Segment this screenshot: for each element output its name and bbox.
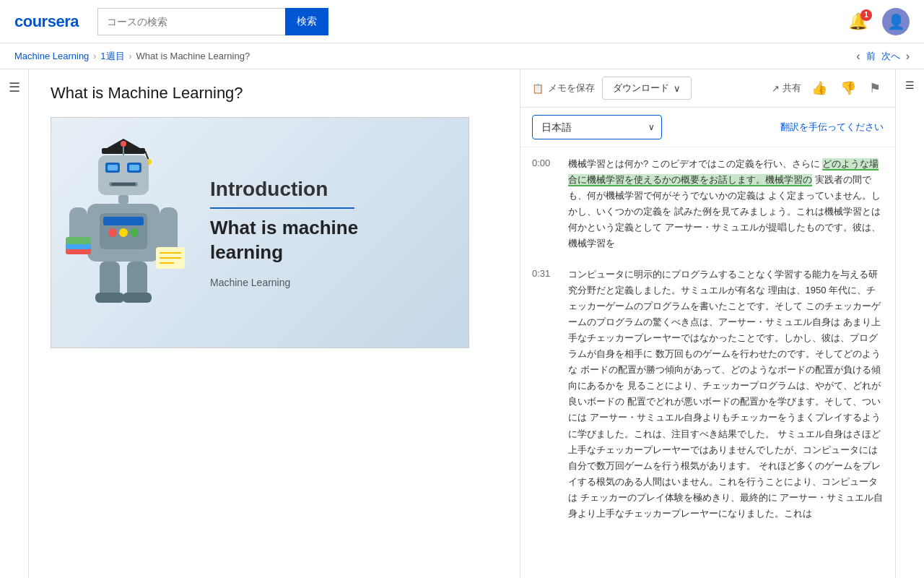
thumbup-button[interactable]: 👍 [808,79,830,98]
user-avatar-button[interactable]: 👤 [882,8,910,35]
translate-link[interactable]: 翻訳を手伝ってください [780,121,884,134]
search-button[interactable]: 検索 [285,8,328,35]
share-button[interactable]: ↗ 共有 [772,82,801,95]
thumbdown-button[interactable]: 👎 [837,79,859,98]
breadcrumb-sep-2: › [129,51,132,61]
download-chevron-icon: ∨ [674,83,681,94]
language-wrapper: 日本語 English 中文 Español [532,115,662,139]
prev-arrow[interactable]: ‹ [856,50,860,63]
breadcrumb-course-link[interactable]: Machine Learning [14,51,89,61]
share-icon: ↗ [772,83,780,94]
breadcrumb-week-link[interactable]: 1週目 [100,50,124,63]
video-thumbnail: Introduction What is machine learning Ma… [51,118,468,348]
save-memo-button[interactable]: 📋 メモを保存 [532,82,595,95]
notification-badge: 1 [860,9,872,21]
highlight-green-1: どのような場合に機械学習を使えるかの概要をお話します。機械学習の [568,158,879,186]
svg-rect-16 [103,217,144,225]
video-container[interactable]: Introduction What is machine learning Ma… [51,117,469,348]
timestamp-2: 0:31 [532,267,558,279]
language-row: 日本語 English 中文 Español 翻訳を手伝ってください [520,108,895,147]
svg-point-12 [121,141,126,147]
svg-rect-7 [108,165,118,171]
search-container: 検索 [97,8,328,35]
thumbup-icon: 👍 [811,81,827,95]
header: coursera 検索 🔔 1 👤 [0,0,924,43]
video-what-text: What is machine learning [210,216,358,265]
language-select[interactable]: 日本語 English 中文 Español [532,115,662,139]
page-title: What is Machine Learning? [51,84,498,103]
svg-rect-8 [129,165,139,171]
robot-area [51,118,196,348]
download-button[interactable]: ダウンロード ∨ [602,77,692,100]
svg-point-19 [130,228,139,237]
svg-rect-4 [98,155,149,195]
transcript-entry-1: 0:00 機械学習とは何か? このビデオではこの定義を行い、さらに どのような場… [532,156,884,252]
memo-icon: 📋 [532,83,544,94]
logo[interactable]: coursera [14,12,79,31]
svg-rect-23 [66,237,91,244]
prev-button[interactable]: 前 [866,50,876,63]
search-input[interactable] [97,8,285,35]
transcript-toolbar: 📋 メモを保存 ダウンロード ∨ ↗ 共有 👍 👎 ⚑ [520,69,895,108]
svg-rect-13 [118,195,128,204]
flag-button[interactable]: ⚑ [866,79,884,98]
avatar-icon: 👤 [887,13,905,30]
flag-icon: ⚑ [869,81,881,95]
header-icons: 🔔 1 👤 [848,8,910,35]
main-container: ☰ What is Machine Learning? [0,69,924,578]
svg-rect-31 [95,293,124,303]
breadcrumb-sep-1: › [93,51,96,61]
logo-text: coursera [14,12,79,31]
video-divider [210,207,354,209]
thumbdown-icon: 👎 [840,81,856,95]
sidebar-toggle[interactable]: ☰ [0,69,29,578]
transcript-entry-2: 0:31 コンピュータに明示的にプログラムすることなく学習する能力を与える研究分… [532,267,884,522]
transcript-container: 0:00 機械学習とは何か? このビデオではこの定義を行い、さらに どのような場… [520,147,895,545]
breadcrumb-current: What is Machine Learning? [136,51,250,61]
breadcrumb: Machine Learning › 1週目 › What is Machine… [0,43,924,69]
video-intro-text: Introduction [210,177,328,202]
right-sidebar-icon: ☰ [905,79,915,91]
next-arrow[interactable]: › [906,50,910,63]
svg-rect-10 [111,183,136,186]
transcript-text-2: コンピュータに明示的にプログラムすることなく学習する能力を与える研究分野だと定義… [568,267,884,522]
next-button[interactable]: 次へ [881,50,900,63]
breadcrumb-nav: ‹ 前 次へ › [856,50,910,63]
svg-point-18 [119,228,128,237]
svg-rect-32 [123,293,152,303]
content-area: What is Machine Learning? [29,69,520,578]
right-sidebar-toggle[interactable]: ☰ [895,69,924,578]
right-panel: 📋 メモを保存 ダウンロード ∨ ↗ 共有 👍 👎 ⚑ [520,69,895,578]
robot-illustration [62,135,185,330]
svg-rect-29 [100,262,120,298]
timestamp-1: 0:00 [532,156,558,168]
svg-rect-30 [127,262,147,298]
transcript-text-1: 機械学習とは何か? このビデオではこの定義を行い、さらに どのような場合に機械学… [568,156,884,252]
svg-point-17 [108,228,117,237]
menu-icon: ☰ [9,79,20,95]
video-ml-label: Machine Learning [210,277,290,288]
video-text-area: Introduction What is machine learning Ma… [196,163,468,302]
notification-button[interactable]: 🔔 1 [848,12,868,31]
